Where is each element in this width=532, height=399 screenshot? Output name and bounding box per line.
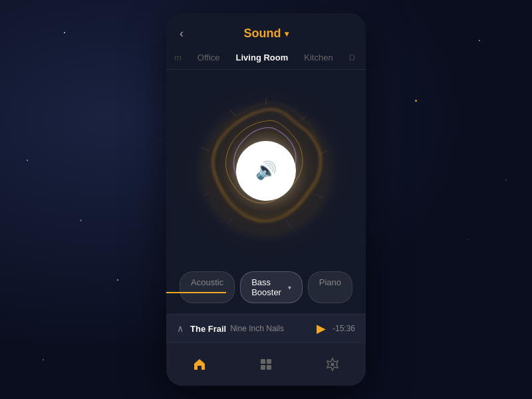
tab-kitchen[interactable]: Kitchen [296,49,340,66]
orb: 🔊 [193,98,339,244]
header: ‹ Sound ▾ [166,13,366,41]
track-info: The Frail Nine Inch Nails [190,324,310,334]
play-button[interactable]: ▶ [317,321,326,336]
tab-office[interactable]: Office [190,49,228,66]
track-time: -15:36 [332,324,355,333]
chip-dropdown-arrow: ▾ [288,284,291,291]
tab-living-room[interactable]: Living Room [228,49,297,66]
settings-icon [325,357,340,372]
nav-settings[interactable] [319,351,346,378]
svg-rect-17 [261,365,265,370]
tab-bedroom[interactable]: m [166,49,190,66]
svg-rect-15 [261,359,265,364]
eq-chip-piano[interactable]: Piano [308,271,352,303]
grid-icon [259,357,273,372]
tab-other[interactable]: D [341,49,363,66]
svg-rect-16 [267,359,271,364]
title-dropdown-arrow[interactable]: ▾ [285,29,289,39]
track-artist: Nine Inch Nails [230,324,284,333]
bottom-nav [166,342,366,386]
now-playing-container: ∧ The Frail Nine Inch Nails ▶ -15:36 [166,314,366,342]
home-icon [192,357,207,372]
title-text: Sound [244,27,281,41]
expand-button[interactable]: ∧ [177,323,184,334]
progress-bar [166,292,226,293]
phone-card: ‹ Sound ▾ m Office Living Room Kitchen D [166,13,366,386]
eq-chip-acoustic[interactable]: Acoustic [180,271,235,303]
app-title: Sound ▾ [244,27,289,41]
nav-grid[interactable] [253,351,279,378]
svg-rect-18 [267,365,271,370]
svg-point-20 [331,363,334,366]
room-tabs: m Office Living Room Kitchen D [166,41,366,66]
track-title: The Frail [190,324,226,334]
now-playing-bar[interactable]: ∧ The Frail Nine Inch Nails ▶ -15:36 [166,314,366,342]
speaker-icon: 🔊 [255,160,277,181]
eq-chip-bass-booster[interactable]: Bass Booster ▾ [240,271,303,303]
nav-home[interactable] [186,351,213,378]
back-button[interactable]: ‹ [180,27,184,41]
visualizer: 🔊 [166,70,366,271]
speaker-circle[interactable]: 🔊 [236,141,296,201]
